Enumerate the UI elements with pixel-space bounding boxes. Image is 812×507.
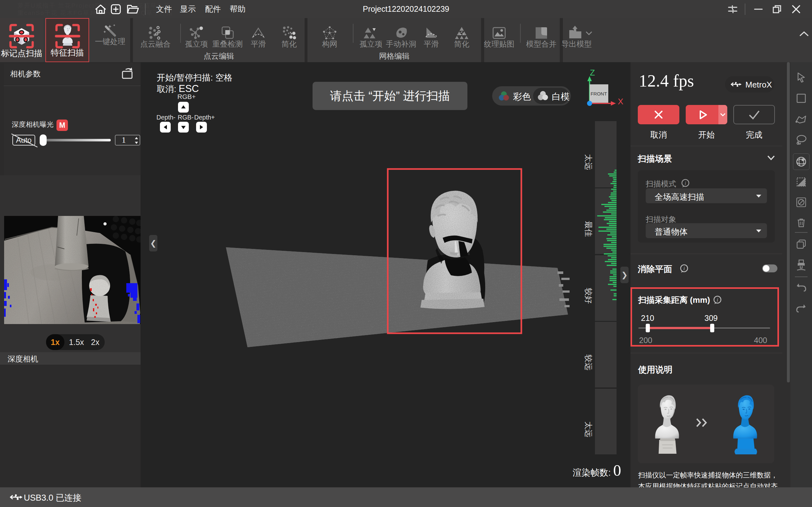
svg-text:i: i: [683, 266, 685, 271]
svg-text:i: i: [685, 180, 686, 186]
svg-text:i: i: [717, 297, 718, 302]
